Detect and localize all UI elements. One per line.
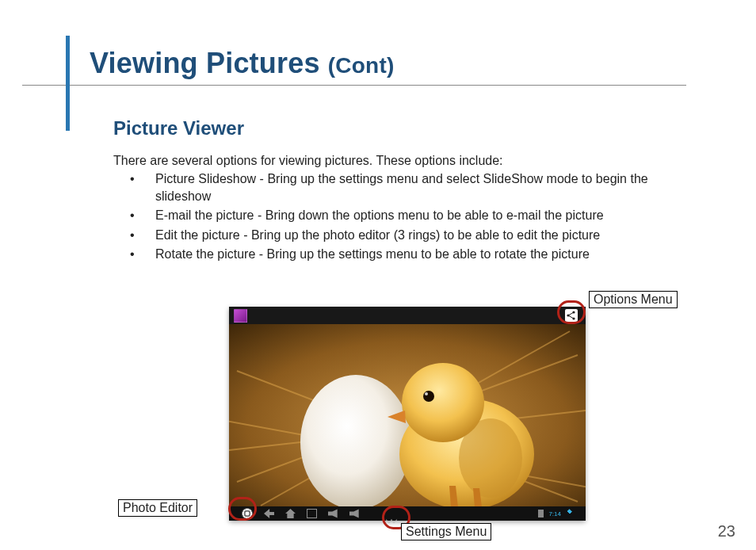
- intro-text: There are several options for viewing pi…: [113, 154, 503, 168]
- section-heading: Picture Viewer: [113, 117, 244, 139]
- gallery-app-icon: [234, 309, 247, 323]
- back-icon: [264, 509, 274, 518]
- list-item: Edit the picture - Bring up the photo ed…: [117, 227, 684, 244]
- svg-point-4: [300, 375, 411, 506]
- page-title-main: Viewing Pictures: [90, 47, 320, 79]
- feature-list: Picture Slideshow - Bring up the setting…: [117, 168, 684, 265]
- volume-down-icon: [328, 509, 338, 518]
- divider-vertical: [66, 36, 70, 131]
- label-settings-menu: Settings Menu: [401, 523, 491, 540]
- page-title-suffix: (Cont): [328, 53, 395, 78]
- battery-icon: [538, 510, 544, 518]
- wifi-icon: [564, 509, 575, 519]
- label-options-menu: Options Menu: [589, 291, 678, 308]
- callout-ring-editor: [228, 497, 257, 521]
- app-top-bar: [229, 307, 586, 324]
- system-tray: 7:14: [538, 510, 573, 518]
- volume-up-icon: [349, 509, 360, 518]
- device-screenshot: 7:14: [229, 307, 586, 521]
- svg-point-9: [425, 392, 428, 395]
- photo-viewport: [229, 324, 586, 506]
- list-item: Picture Slideshow - Bring up the setting…: [117, 170, 684, 204]
- manual-page: Viewing Pictures (Cont) Picture Viewer T…: [0, 0, 756, 550]
- home-icon: [285, 509, 296, 518]
- divider-horizontal: [22, 85, 686, 86]
- svg-point-7: [459, 418, 522, 498]
- status-clock: 7:14: [548, 510, 561, 518]
- svg-point-8: [423, 391, 434, 402]
- page-title: Viewing Pictures (Cont): [90, 47, 394, 80]
- page-number: 23: [718, 522, 735, 540]
- sample-photo-chick: [229, 324, 586, 506]
- recents-icon: [307, 509, 317, 518]
- label-photo-editor: Photo Editor: [118, 499, 197, 517]
- list-item: E-mail the picture - Bring down the opti…: [117, 207, 684, 224]
- list-item: Rotate the picture - Bring up the settin…: [117, 246, 684, 263]
- callout-ring-options: [557, 300, 586, 324]
